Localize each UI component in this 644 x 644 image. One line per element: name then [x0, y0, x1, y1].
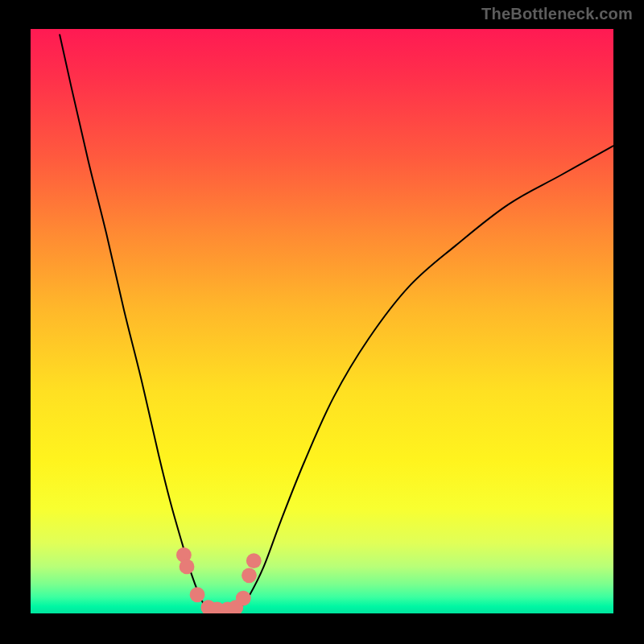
curve-right-branch: [241, 146, 613, 608]
data-marker: [190, 587, 205, 602]
data-marker: [246, 553, 262, 568]
data-marker: [180, 559, 195, 575]
plot-area: [31, 29, 613, 613]
data-marker: [242, 568, 257, 583]
chart-stage: TheBottleneck.com: [0, 0, 644, 644]
watermark-text: TheBottleneck.com: [481, 5, 633, 23]
curve-left-branch: [60, 35, 205, 607]
data-marker: [236, 591, 251, 606]
bottleneck-curve: [31, 29, 613, 613]
